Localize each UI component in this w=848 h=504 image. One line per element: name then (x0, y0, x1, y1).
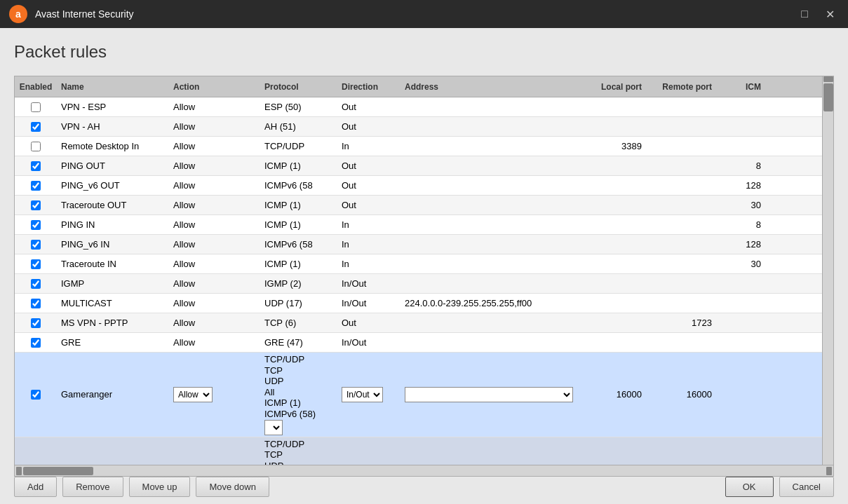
col-header-address: Address (401, 81, 583, 93)
row-protocol: ICMP (1) (260, 218, 337, 231)
row-direction: In/Out (337, 277, 401, 290)
row-icm (716, 341, 765, 344)
row-direction: Out (337, 316, 401, 329)
minimize-button[interactable]: □ (795, 4, 814, 24)
row-action-select[interactable]: AllowBlock (173, 387, 213, 402)
col-header-direction: Direction (337, 81, 401, 93)
table-row[interactable]: PING INAllowICMP (1)In8 (15, 215, 822, 235)
row-enabled-checkbox[interactable] (31, 318, 41, 328)
row-address (401, 184, 583, 187)
row-address (401, 341, 583, 344)
row-action: Allow (169, 120, 260, 133)
col-header-name: Name (57, 81, 169, 93)
row-action: Allow (169, 179, 260, 192)
row-icm (716, 125, 765, 128)
row-protocol: IGMP (2) (260, 277, 337, 290)
row-icm: 30 (716, 198, 765, 212)
table-row[interactable]: PING_v6 INAllowICMPv6 (58In128 (15, 235, 822, 254)
row-name: PING_v6 IN (57, 238, 169, 251)
row-name: VPN - AH (57, 120, 169, 133)
table-row[interactable]: MS VPN - PPTPAllowTCP (6)Out1723 (15, 313, 822, 333)
row-enabled-checkbox[interactable] (31, 390, 41, 400)
row-localport (583, 302, 646, 305)
row-protocol: ICMP (1) (260, 159, 337, 172)
row-direction-select[interactable]: In/OutInOut (342, 387, 383, 402)
row-action: Allow (169, 257, 260, 271)
row-name: Traceroute OUT (57, 198, 169, 212)
row-remoteport (646, 243, 716, 246)
row-remoteport: 1723 (646, 316, 716, 329)
row-direction[interactable]: In/OutInOut (337, 386, 401, 404)
row-localport (583, 224, 646, 226)
row-protocol[interactable]: TCP/UDPTCPUDPAllICMP (1)ICMPv6 (58) (260, 437, 337, 465)
row-enabled-checkbox[interactable] (31, 279, 41, 289)
row-direction: Out (337, 120, 401, 133)
row-direction: In/Out (337, 297, 401, 310)
row-direction: In/Out (337, 336, 401, 349)
row-action[interactable]: AllowBlock (169, 386, 260, 404)
row-direction: Out (337, 100, 401, 114)
row-enabled-checkbox[interactable] (31, 181, 41, 191)
table-row[interactable]: Traceroute OUTAllowICMP (1)Out30 (15, 196, 822, 215)
table-row[interactable]: PING OUTAllowICMP (1)Out8 (15, 156, 822, 176)
row-address-select[interactable] (405, 387, 573, 402)
row-enabled-checkbox[interactable] (31, 102, 41, 112)
row-name: GRE (57, 336, 169, 349)
row-address: 224.0.0.0-239.255.255.255,ff00 (401, 297, 583, 310)
add-button[interactable]: Add (14, 477, 57, 497)
row-icm (716, 106, 765, 109)
table-row[interactable]: PING_v6 OUTAllowICMPv6 (58Out128 (15, 176, 822, 196)
row-protocol[interactable]: TCP/UDPTCPUDPAllICMP (1)ICMPv6 (58) (260, 353, 337, 437)
row-name: Traceroute IN (57, 257, 169, 271)
close-icon: ✕ (826, 8, 835, 21)
row-localport (583, 204, 646, 207)
avast-logo: a (8, 4, 28, 24)
row-name: PING_v6 OUT (57, 179, 169, 192)
move-up-button[interactable]: Move up (129, 477, 191, 497)
row-remoteport (646, 106, 716, 109)
row-address[interactable] (401, 386, 583, 404)
row-enabled-checkbox[interactable] (31, 259, 41, 269)
row-localport (583, 243, 646, 246)
row-address (401, 263, 583, 266)
table-row[interactable]: GREAllowGRE (47)In/Out (15, 333, 822, 353)
row-protocol: TCP/UDP (260, 139, 337, 153)
row-enabled-checkbox[interactable] (31, 200, 41, 210)
ok-button[interactable]: OK (725, 477, 774, 497)
row-remoteport (646, 263, 716, 266)
remove-button[interactable]: Remove (62, 477, 123, 497)
table-row[interactable]: GamerangerAllowBlockTCP/UDPTCPUDPAllICMP… (15, 353, 822, 437)
row-action: Allow (169, 297, 260, 310)
table-row[interactable]: MULTICASTAllowUDP (17)In/Out224.0.0.0-23… (15, 294, 822, 313)
table-row[interactable]: VPN - ESPAllowESP (50)Out (15, 97, 822, 117)
move-down-button[interactable]: Move down (196, 477, 269, 497)
horizontal-scrollbar[interactable] (15, 465, 833, 476)
row-icm: 30 (716, 257, 765, 271)
row-localport (583, 263, 646, 266)
row-enabled-checkbox[interactable] (31, 122, 41, 132)
row-enabled-checkbox[interactable] (31, 338, 41, 348)
row-enabled-checkbox[interactable] (31, 142, 41, 151)
row-localport (583, 322, 646, 325)
row-enabled-checkbox[interactable] (31, 220, 41, 230)
row-icm: 128 (716, 238, 765, 251)
table-row[interactable]: VPN - AHAllowAH (51)Out (15, 117, 822, 137)
row-protocol-select[interactable] (264, 420, 283, 435)
row-enabled-checkbox[interactable] (31, 240, 41, 250)
table-row[interactable]: IGMPAllowIGMP (2)In/Out (15, 274, 822, 294)
cancel-button[interactable]: Cancel (779, 477, 834, 497)
col-header-protocol: Protocol (260, 81, 337, 93)
table-row[interactable]: Remote Desktop InAllowTCP/UDPIn3389 (15, 137, 822, 156)
row-action: Allow (169, 100, 260, 114)
vertical-scrollbar[interactable] (822, 76, 833, 465)
row-remoteport (646, 204, 716, 207)
row-enabled-checkbox[interactable] (31, 161, 41, 171)
row-address (401, 165, 583, 168)
col-header-action: Action (169, 81, 260, 93)
close-button[interactable]: ✕ (820, 4, 840, 24)
row-enabled-checkbox[interactable] (31, 299, 41, 308)
row-protocol: UDP (17) (260, 297, 337, 310)
table-row[interactable]: Traceroute INAllowICMP (1)In30 (15, 254, 822, 274)
table-row[interactable]: AllowBlockTCP/UDPTCPUDPAllICMP (1)ICMPv6… (15, 437, 822, 465)
row-localport: 3389 (583, 139, 646, 153)
